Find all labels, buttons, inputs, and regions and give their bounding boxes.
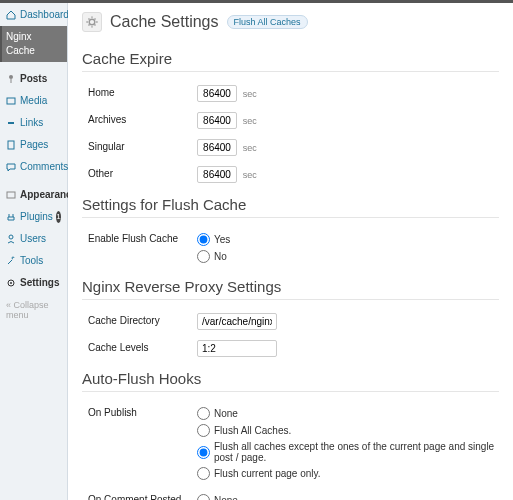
section-flush-settings: Settings for Flush Cache — [82, 188, 499, 218]
tools-icon — [6, 256, 16, 266]
sidebar-label: Tools — [20, 254, 43, 268]
singular-expire-input[interactable] — [197, 139, 237, 156]
on-comment-none-radio[interactable] — [197, 494, 210, 500]
main-content: Cache Settings Flush All Caches Cache Ex… — [68, 0, 513, 500]
sidebar-label: Pages — [20, 138, 48, 152]
sidebar-label: Links — [20, 116, 43, 130]
on-publish-flush-except-radio[interactable] — [197, 446, 210, 459]
sidebar-label: Settings — [20, 276, 59, 290]
on-publish-flush-all-label: Flush All Caches. — [214, 425, 291, 436]
section-auto-flush: Auto-Flush Hooks — [82, 362, 499, 392]
home-expire-label: Home — [82, 85, 197, 98]
unit-sec: sec — [243, 89, 257, 99]
media-icon — [6, 96, 16, 106]
on-comment-label: On Comment Posted — [82, 492, 197, 500]
sidebar-item-links[interactable]: Links — [0, 112, 67, 134]
plugins-update-badge: 1 — [56, 211, 61, 223]
on-publish-flush-except-label: Flush all caches except the ones of the … — [214, 441, 499, 463]
svg-point-0 — [9, 75, 13, 79]
sidebar-label: Nginx Cache — [6, 30, 61, 58]
sidebar-label: Posts — [20, 72, 47, 86]
sidebar-item-appearance[interactable]: Appearance — [0, 184, 67, 206]
cache-dir-input[interactable] — [197, 313, 277, 330]
unit-sec: sec — [243, 143, 257, 153]
pin-icon — [6, 74, 16, 84]
enable-flush-no-label: No — [214, 251, 227, 262]
link-icon — [6, 118, 16, 128]
appearance-icon — [6, 190, 16, 200]
sidebar-item-pages[interactable]: Pages — [0, 134, 67, 156]
svg-point-6 — [10, 282, 12, 284]
archives-expire-input[interactable] — [197, 112, 237, 129]
on-publish-none-radio[interactable] — [197, 407, 210, 420]
sidebar-label: Users — [20, 232, 46, 246]
svg-rect-2 — [8, 141, 14, 149]
comment-icon — [6, 162, 16, 172]
sidebar-item-users[interactable]: Users — [0, 228, 67, 250]
home-expire-input[interactable] — [197, 85, 237, 102]
on-comment-none-label: None — [214, 495, 238, 500]
archives-expire-label: Archives — [82, 112, 197, 125]
collapse-label: Collapse menu — [6, 300, 49, 320]
sidebar-label: Media — [20, 94, 47, 108]
enable-flush-no-radio[interactable] — [197, 250, 210, 263]
svg-rect-3 — [7, 192, 15, 198]
sidebar-label: Plugins — [20, 210, 53, 224]
sidebar-item-posts[interactable]: Posts — [0, 68, 67, 90]
enable-flush-yes-label: Yes — [214, 234, 230, 245]
sidebar-item-tools[interactable]: Tools — [0, 250, 67, 272]
cache-dir-label: Cache Directory — [82, 313, 197, 326]
svg-rect-1 — [7, 98, 15, 104]
home-icon — [6, 10, 16, 20]
sidebar-item-dashboard[interactable]: Dashboard — [0, 4, 67, 26]
page-icon — [6, 140, 16, 150]
sidebar-item-settings[interactable]: Settings — [0, 272, 67, 294]
flush-all-caches-button[interactable]: Flush All Caches — [227, 15, 308, 29]
plugin-icon — [6, 212, 16, 222]
collapse-menu[interactable]: « Collapse menu — [0, 294, 67, 326]
unit-sec: sec — [243, 116, 257, 126]
gear-icon — [6, 278, 16, 288]
section-cache-expire: Cache Expire — [82, 42, 499, 72]
users-icon — [6, 234, 16, 244]
sidebar-item-plugins[interactable]: Plugins 1 — [0, 206, 67, 228]
enable-flush-yes-radio[interactable] — [197, 233, 210, 246]
cache-levels-input[interactable] — [197, 340, 277, 357]
other-expire-input[interactable] — [197, 166, 237, 183]
admin-sidebar: Dashboard Nginx Cache Posts Media Links … — [0, 0, 68, 500]
other-expire-label: Other — [82, 166, 197, 179]
sidebar-item-nginx-cache[interactable]: Nginx Cache — [0, 26, 67, 62]
collapse-icon: « — [6, 300, 11, 310]
enable-flush-label: Enable Flush Cache — [82, 231, 197, 244]
unit-sec: sec — [243, 170, 257, 180]
sidebar-label: Dashboard — [20, 8, 69, 22]
singular-expire-label: Singular — [82, 139, 197, 152]
settings-page-icon — [82, 12, 102, 32]
svg-point-4 — [9, 235, 13, 239]
on-publish-flush-all-radio[interactable] — [197, 424, 210, 437]
on-publish-label: On Publish — [82, 405, 197, 418]
on-publish-flush-current-radio[interactable] — [197, 467, 210, 480]
on-publish-flush-current-label: Flush current page only. — [214, 468, 321, 479]
section-reverse-proxy: Nginx Reverse Proxy Settings — [82, 270, 499, 300]
sidebar-label: Comments — [20, 160, 68, 174]
sidebar-item-comments[interactable]: Comments — [0, 156, 67, 178]
on-publish-none-label: None — [214, 408, 238, 419]
sidebar-item-media[interactable]: Media — [0, 90, 67, 112]
svg-point-7 — [89, 19, 95, 25]
page-title: Cache Settings — [110, 13, 219, 31]
cache-levels-label: Cache Levels — [82, 340, 197, 353]
